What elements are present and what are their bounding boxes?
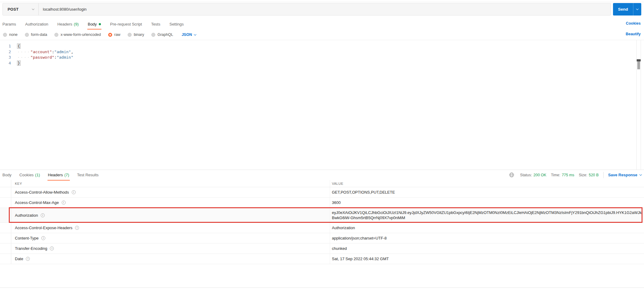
response-tab-body[interactable]: Body	[2, 170, 12, 180]
response-headers-table: KEY VALUE Access-Control-Allow-Methodsi …	[0, 180, 644, 264]
info-icon[interactable]: i	[26, 257, 30, 261]
radio-icon	[3, 33, 7, 37]
code-text: ····"password":"admin"	[11, 55, 73, 60]
send-options-caret[interactable]	[633, 3, 641, 16]
code-line-2: 2 ····"account":"admin",	[0, 49, 635, 55]
table-row: Content-Typei application/json;charset=U…	[0, 233, 644, 243]
size-label: Size:	[579, 173, 587, 177]
language-label: JSON	[182, 33, 192, 37]
mode-label: x-www-form-urlencoded	[60, 33, 101, 37]
indent-whitespace-dots: ····	[17, 55, 30, 60]
send-button[interactable]: Send	[613, 3, 641, 16]
mode-label: raw	[114, 33, 120, 37]
mode-graphql[interactable]: GraphQL	[151, 33, 173, 37]
divider	[603, 172, 604, 178]
tab-pre-request-script[interactable]: Pre-request Script	[110, 19, 142, 29]
request-url-bar: POST	[2, 3, 611, 16]
mode-form-data[interactable]: form-data	[25, 33, 47, 37]
code-text: {	[11, 43, 20, 49]
line-number: 2	[0, 49, 11, 55]
time-indicator: Time: 775 ms	[551, 173, 574, 177]
tab-headers[interactable]: Headers (9)	[57, 19, 79, 29]
size-indicator: Size: 520 B	[579, 173, 598, 177]
gutter-cell	[0, 223, 11, 233]
response-tab-test-results[interactable]: Test Results	[77, 170, 99, 180]
info-icon[interactable]: i	[62, 201, 66, 205]
tab-count: (9)	[74, 22, 79, 26]
json-value: "admin"	[57, 55, 73, 60]
raw-body-editor[interactable]: 1 { 2 ····"account":"admin", 3 ····"pass…	[0, 40, 644, 170]
info-icon[interactable]: i	[41, 213, 45, 217]
response-tab-headers[interactable]: Headers (7)	[48, 170, 69, 180]
mode-x-www-form-urlencoded[interactable]: x-www-form-urlencoded	[54, 33, 101, 37]
status-indicator: Status: 200 OK	[520, 173, 546, 177]
json-key: "password"	[30, 55, 54, 60]
scrollbar-thumb[interactable]	[637, 59, 640, 69]
response-tabs: Body Cookies (1) Headers (7) Test Result…	[2, 170, 98, 180]
time-label: Time:	[551, 173, 560, 177]
method-label: POST	[8, 7, 19, 12]
chevron-down-icon	[32, 8, 34, 10]
method-dropdown[interactable]: POST	[3, 3, 39, 15]
tab-params[interactable]: Params	[2, 19, 16, 29]
tab-label: Body	[88, 22, 97, 26]
time-value: 775 ms	[562, 173, 574, 177]
tab-tests[interactable]: Tests	[151, 19, 160, 29]
tab-label: Authorization	[25, 22, 48, 26]
header-value: application/json;charset=UTF-8	[330, 233, 644, 243]
header-value: chunked	[330, 243, 644, 253]
network-globe-icon[interactable]	[509, 172, 514, 178]
json-value: "admin"	[54, 50, 71, 54]
tab-authorization[interactable]: Authorization	[25, 19, 48, 29]
info-icon[interactable]: i	[41, 236, 45, 240]
cookies-link[interactable]: Cookies	[626, 21, 641, 26]
size-value: 520 B	[589, 173, 599, 177]
chevron-down-icon	[636, 8, 639, 10]
tab-count: (7)	[64, 173, 69, 177]
header-key: Transfer-Encoding	[15, 246, 47, 251]
editor-scrollbar[interactable]	[636, 40, 641, 170]
tab-label: Pre-request Script	[110, 22, 142, 26]
json-comma: ,	[71, 50, 73, 54]
tab-settings[interactable]: Settings	[169, 19, 184, 29]
tab-label: Headers	[48, 173, 63, 177]
indent-whitespace-dots: ····	[17, 50, 30, 54]
header-value: GET,POST,OPTIONS,PUT,DELETE	[330, 187, 644, 197]
code-text: }	[11, 60, 20, 66]
response-tab-cookies[interactable]: Cookies (1)	[19, 170, 40, 180]
request-tabs: Params Authorization Headers (9) Body Pr…	[2, 19, 184, 29]
tab-body[interactable]: Body	[88, 19, 101, 29]
gutter-cell	[0, 233, 11, 243]
status-value: 200 OK	[533, 173, 546, 177]
info-icon[interactable]: i	[50, 246, 54, 250]
header-key: Access-Control-Expose-Headers	[15, 226, 72, 230]
table-row: Access-Control-Allow-Methodsi GET,POST,O…	[0, 187, 644, 198]
json-key: "account"	[30, 50, 52, 54]
mode-raw[interactable]: raw	[108, 33, 120, 37]
mode-binary[interactable]: binary	[128, 33, 144, 37]
chevron-down-icon	[194, 33, 196, 35]
header-key: Authorization	[15, 213, 38, 218]
raw-language-dropdown[interactable]: JSON	[182, 33, 196, 37]
body-mode-row: none form-data x-www-form-urlencoded raw…	[3, 30, 196, 39]
modified-dot-icon	[99, 23, 101, 25]
code-lines: 1 { 2 ····"account":"admin", 3 ····"pass…	[0, 43, 635, 66]
mode-none[interactable]: none	[3, 33, 18, 37]
tab-label: Cookies	[19, 173, 34, 177]
code-line-1: 1 {	[0, 43, 635, 49]
header-key: Access-Control-Max-Age	[15, 200, 59, 205]
url-input[interactable]	[39, 3, 611, 15]
chevron-down-icon	[639, 173, 642, 176]
tab-label: Test Results	[77, 173, 99, 177]
mode-label: GraphQL	[157, 33, 173, 37]
info-icon[interactable]: i	[72, 190, 76, 194]
info-icon[interactable]: i	[75, 226, 79, 230]
code-text: ····"account":"admin",	[11, 49, 73, 55]
status-label: Status:	[520, 173, 532, 177]
header-key: Date	[15, 257, 23, 261]
save-response-button[interactable]: Save Response	[608, 173, 642, 177]
matching-bracket-highlight: }	[17, 60, 21, 66]
beautify-link[interactable]: Beautify	[626, 32, 641, 36]
tab-label: Headers	[57, 22, 72, 26]
mode-label: none	[9, 33, 18, 37]
